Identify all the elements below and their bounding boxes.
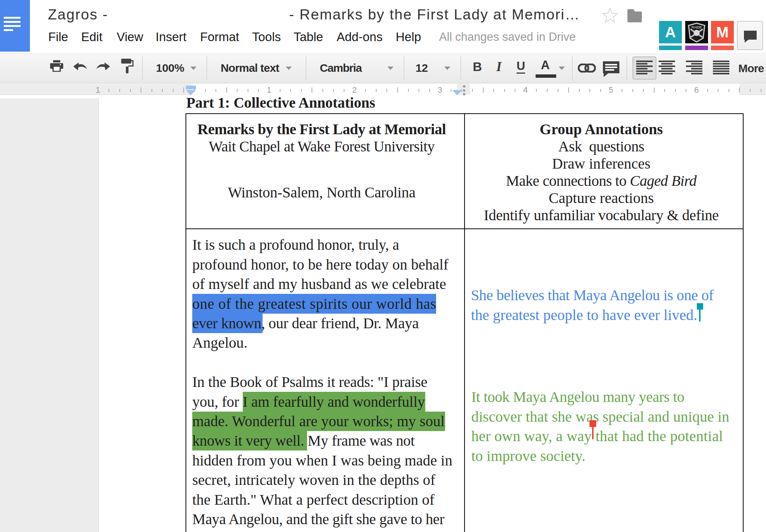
svg-text:RAIDE: RAIDE <box>692 25 702 29</box>
